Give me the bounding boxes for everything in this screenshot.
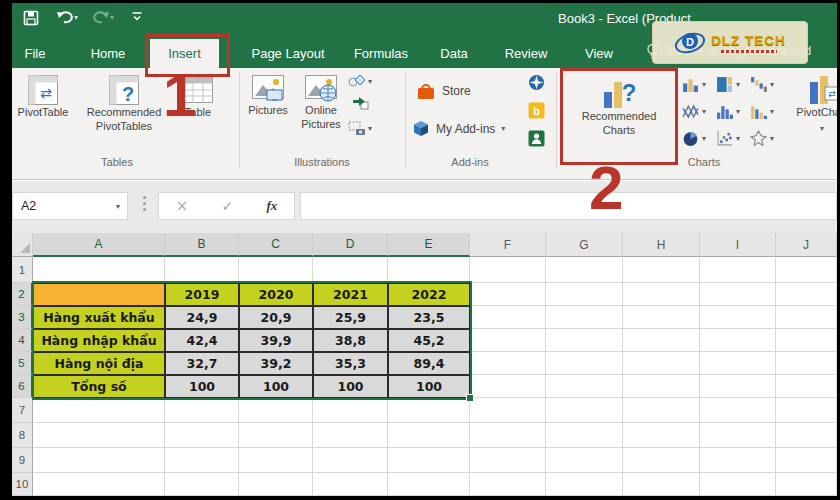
insert-waterfall-chart-button[interactable]: ▾ — [750, 76, 774, 93]
cell-B9[interactable] — [165, 448, 239, 473]
shapes-button[interactable]: ▾ — [348, 74, 372, 88]
cell-I4[interactable] — [700, 329, 776, 352]
cell-H4[interactable] — [623, 329, 700, 352]
cell-H6[interactable] — [623, 375, 700, 398]
cell-J5[interactable] — [776, 352, 837, 375]
cell-F6[interactable] — [470, 375, 546, 398]
cell-E2[interactable]: 2022 — [388, 283, 470, 306]
cell-D7[interactable] — [313, 398, 388, 423]
cell-F2[interactable] — [470, 283, 546, 306]
people-graph-icon[interactable] — [528, 130, 545, 151]
cell-J6[interactable] — [776, 375, 837, 398]
cell-H8[interactable] — [623, 423, 700, 448]
cell-J4[interactable] — [776, 329, 837, 352]
cell-J2[interactable] — [776, 283, 837, 306]
cell-H9[interactable] — [623, 448, 700, 473]
cell-A9[interactable] — [33, 448, 165, 473]
cell-J10[interactable] — [776, 473, 837, 496]
cell-C7[interactable] — [239, 398, 313, 423]
insert-line-chart-button[interactable]: ▾ — [682, 103, 706, 120]
cell-E8[interactable] — [388, 423, 470, 448]
selection-fill-handle[interactable] — [466, 394, 474, 402]
formula-input[interactable] — [300, 192, 837, 220]
cell-B2[interactable]: 2019 — [165, 283, 239, 306]
cell-G6[interactable] — [546, 375, 623, 398]
cell-I7[interactable] — [700, 398, 776, 423]
cell-B7[interactable] — [165, 398, 239, 423]
cell-G10[interactable] — [546, 473, 623, 496]
cell-G8[interactable] — [546, 423, 623, 448]
cell-F10[interactable] — [470, 473, 546, 496]
cell-G4[interactable] — [546, 329, 623, 352]
row-header-1[interactable]: 1 — [12, 257, 33, 283]
insert-statistic-chart-button[interactable]: ▾ — [716, 103, 740, 120]
screenshot-button[interactable]: ▾ — [348, 121, 372, 136]
recommended-pivottables-button[interactable]: ? Recommended PivotTables — [76, 74, 172, 134]
cell-I2[interactable] — [700, 283, 776, 306]
cell-E1[interactable] — [388, 257, 470, 283]
insert-column-chart-button[interactable]: ▾ — [682, 76, 706, 93]
tab-home[interactable]: Home — [84, 42, 132, 64]
cell-F7[interactable] — [470, 398, 546, 423]
column-header-d[interactable]: D — [313, 233, 388, 257]
cell-G9[interactable] — [546, 448, 623, 473]
row-header-6[interactable]: 6 — [12, 375, 33, 398]
bing-maps-icon[interactable]: b — [528, 102, 545, 123]
cell-C6[interactable]: 100 — [239, 375, 313, 398]
cell-B5[interactable]: 32,7 — [165, 352, 239, 375]
cell-D5[interactable]: 35,3 — [313, 352, 388, 375]
column-header-h[interactable]: H — [623, 233, 700, 257]
online-pictures-button[interactable]: Online Pictures — [296, 74, 346, 132]
cell-D6[interactable]: 100 — [313, 375, 388, 398]
cell-I10[interactable] — [700, 473, 776, 496]
row-header-10[interactable]: 10 — [12, 473, 33, 496]
row-header-5[interactable]: 5 — [12, 352, 33, 375]
cell-J3[interactable] — [776, 306, 837, 329]
save-icon[interactable] — [22, 9, 40, 27]
customize-quick-access-toolbar-icon[interactable] — [130, 9, 144, 23]
cell-B4[interactable]: 42,4 — [165, 329, 239, 352]
cell-D1[interactable] — [313, 257, 388, 283]
tab-page-layout[interactable]: Page Layout — [240, 42, 336, 64]
cell-C9[interactable] — [239, 448, 313, 473]
undo-button[interactable]: ▾ — [56, 9, 78, 25]
cancel-button[interactable]: × — [176, 197, 189, 215]
cell-B8[interactable] — [165, 423, 239, 448]
select-all-corner[interactable] — [12, 233, 33, 257]
cell-J7[interactable] — [776, 398, 837, 423]
enter-button[interactable]: ✓ — [222, 198, 234, 214]
tab-view[interactable]: View — [578, 42, 620, 64]
column-header-j[interactable]: J — [776, 233, 837, 257]
cell-C5[interactable]: 39,2 — [239, 352, 313, 375]
cell-H2[interactable] — [623, 283, 700, 306]
cell-D4[interactable]: 38,8 — [313, 329, 388, 352]
cell-F9[interactable] — [470, 448, 546, 473]
formula-bar-resize-handle[interactable] — [143, 196, 146, 211]
cell-B3[interactable]: 24,9 — [165, 306, 239, 329]
cell-A1[interactable] — [33, 257, 165, 283]
cell-C8[interactable] — [239, 423, 313, 448]
cell-D8[interactable] — [313, 423, 388, 448]
pivotchart-button[interactable]: ⇄ PivotChart ▾ — [790, 74, 840, 134]
cell-J9[interactable] — [776, 448, 837, 473]
cell-H5[interactable] — [623, 352, 700, 375]
cell-C1[interactable] — [239, 257, 313, 283]
insert-hierarchy-chart-button[interactable]: ▾ — [716, 76, 740, 93]
column-header-f[interactable]: F — [470, 233, 546, 257]
redo-button[interactable]: ▾ — [92, 9, 114, 25]
cell-F5[interactable] — [470, 352, 546, 375]
store-button[interactable]: Store — [416, 81, 471, 100]
cell-B6[interactable]: 100 — [165, 375, 239, 398]
insert-scatter-chart-button[interactable]: ▾ — [716, 130, 740, 147]
cell-H1[interactable] — [623, 257, 700, 283]
cell-G5[interactable] — [546, 352, 623, 375]
cell-C3[interactable]: 20,9 — [239, 306, 313, 329]
cell-G2[interactable] — [546, 283, 623, 306]
cell-G7[interactable] — [546, 398, 623, 423]
cell-F1[interactable] — [470, 257, 546, 283]
smartart-button[interactable] — [352, 95, 369, 114]
cell-E6[interactable]: 100 — [388, 375, 470, 398]
cell-D3[interactable]: 25,9 — [313, 306, 388, 329]
cell-I8[interactable] — [700, 423, 776, 448]
cell-B10[interactable] — [165, 473, 239, 496]
